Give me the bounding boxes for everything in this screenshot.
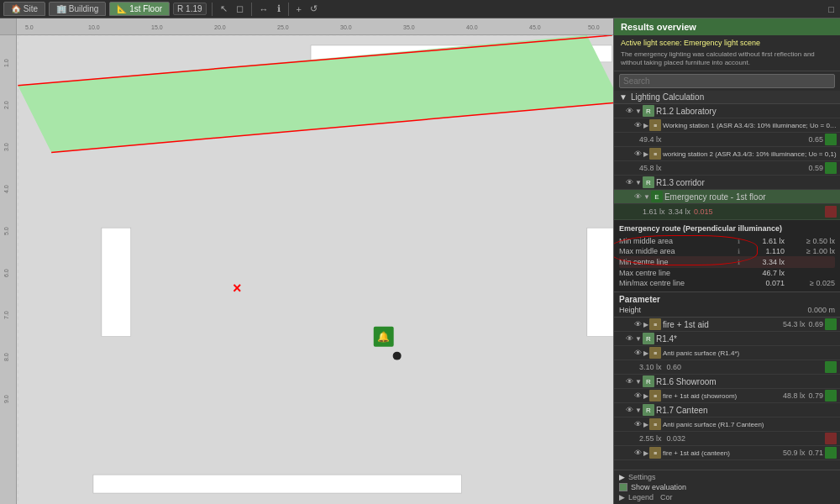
svg-text:3.0: 3.0	[3, 143, 9, 151]
anti-panic-r14-item[interactable]: 👁 ▶ ≡ Anti panic surface (R1.4*)	[614, 346, 840, 360]
svg-text:15.0: 15.0	[151, 24, 163, 30]
arrow-fire[interactable]: ▶	[643, 321, 648, 328]
window-controls: □	[826, 3, 837, 15]
maximize-icon[interactable]: □	[826, 3, 837, 15]
emergency-route-item[interactable]: 👁 ▼ E Emergency route - 1st floor	[614, 190, 840, 204]
arrow-ws2[interactable]: ▶	[643, 150, 648, 158]
lighting-calc-header[interactable]: ▼ Lighting Calculation	[614, 91, 840, 104]
eye-ap14[interactable]: 👁	[634, 349, 642, 357]
arrow-fc[interactable]: ▶	[643, 449, 648, 457]
top-bar: 🏠 Site 🏢 Building 📐 1st Floor R 1.19 ↖ ◻…	[0, 0, 840, 18]
svg-text:×: ×	[233, 280, 241, 297]
show-eval-checkbox[interactable]	[619, 483, 627, 491]
eye-fc[interactable]: 👁	[634, 449, 642, 457]
svg-text:7.0: 7.0	[3, 311, 9, 319]
svg-text:5.0: 5.0	[3, 227, 9, 235]
svg-text:🔔: 🔔	[377, 330, 390, 343]
ap17-red-box	[825, 433, 837, 444]
fire-label: fire + 1st aid	[663, 320, 783, 329]
er-val2: 3.34 lx	[669, 207, 691, 216]
svg-text:2.0: 2.0	[3, 101, 9, 109]
fire-value: 54.3 lx	[783, 320, 806, 328]
info-icon-min[interactable]: ℹ	[738, 238, 740, 245]
floor-plan-svg: × 🔔	[17, 35, 613, 504]
arrow-ws1[interactable]: ▶	[643, 122, 648, 129]
ws2-green-box	[825, 162, 837, 174]
eye-ws1[interactable]: 👁	[634, 121, 642, 129]
param-section: Parameter Height 0.000 m	[614, 292, 840, 318]
tab-site[interactable]: 🏠 Site	[3, 2, 45, 16]
info-icon[interactable]: ℹ	[275, 3, 283, 15]
show-eval-row: Show evaluation	[619, 483, 835, 491]
arrow-r17[interactable]: ▼	[635, 407, 642, 414]
ws1-item[interactable]: 👁 ▶ ≡ Working station 1 (ASR A3.4/3: 10%…	[614, 118, 840, 133]
eye-ap17[interactable]: 👁	[634, 420, 642, 428]
svg-text:25.0: 25.0	[277, 24, 289, 30]
info-icon-max[interactable]: ℹ	[738, 248, 740, 255]
search-input[interactable]	[619, 74, 835, 88]
separator-1	[212, 3, 213, 16]
select-icon[interactable]: ◻	[234, 3, 246, 15]
fire-canteen-item[interactable]: 👁 ▶ ≡ fire + 1st aid (canteen) 50.9 lx 0…	[614, 446, 840, 460]
svg-text:6.0: 6.0	[3, 269, 9, 277]
min-centre-label: Min centre line	[619, 258, 738, 266]
arrow-r12[interactable]: ▼	[635, 108, 642, 115]
ws1-val: 49.4 lx	[639, 135, 808, 144]
settings-row[interactable]: ▶ Settings	[619, 473, 835, 481]
ap17-val: 2.55 lx	[639, 434, 662, 443]
room-icon-r12: R	[643, 105, 654, 117]
panel-title: Results overview	[621, 22, 696, 32]
eye-er[interactable]: 👁	[634, 192, 642, 201]
height-value: 0.000 m	[807, 306, 835, 314]
ap17-uo: 0.032	[667, 434, 686, 443]
arrow-r14[interactable]: ▼	[635, 335, 642, 343]
collapse-arrow: ▼	[619, 92, 627, 102]
fire-showroom-item[interactable]: 👁 ▶ ≡ fire + 1st aid (showroom) 48.8 lx …	[614, 389, 840, 403]
eye-r16[interactable]: 👁	[626, 377, 633, 386]
fire-green-box	[825, 318, 837, 330]
arrow-ap14[interactable]: ▶	[643, 349, 648, 357]
room-r1-2[interactable]: 👁 ▼ R R1.2 Laboratory	[614, 104, 840, 118]
eye-fire[interactable]: 👁	[634, 320, 642, 328]
arrow-er[interactable]: ▼	[643, 193, 650, 201]
measure-icon[interactable]: ↔	[257, 3, 271, 15]
arrow-r13[interactable]: ▼	[635, 179, 642, 186]
eye-ws2[interactable]: 👁	[634, 150, 642, 158]
cursor-icon[interactable]: ↖	[218, 3, 230, 15]
arrow-fs[interactable]: ▶	[643, 392, 648, 400]
tab-floor[interactable]: 📐 1st Floor	[109, 2, 170, 16]
room-r17[interactable]: 👁 ▼ R R1.7 Canteen	[614, 403, 840, 417]
canvas-content[interactable]: × 🔔	[17, 35, 613, 504]
info-icon-cen[interactable]: ℹ	[738, 259, 740, 266]
ws1-label: Working station 1 (ASR A3.4/3: 10% illum…	[663, 122, 837, 129]
r17-label: R1.7 Canteen	[656, 406, 837, 415]
arrow-r16[interactable]: ▼	[635, 378, 642, 386]
ws1-values: 49.4 lx 0.65	[614, 133, 840, 147]
min-middle-target: ≥ 0.50 lx	[785, 237, 835, 245]
active-scene-label: Active light scene: Emergency light scen…	[614, 35, 840, 71]
max-centre-actual: 46.7 lx	[743, 269, 785, 277]
eye-icon-r12[interactable]: 👁	[626, 107, 633, 115]
eye-fs[interactable]: 👁	[634, 391, 642, 400]
min-middle-actual: 1.61 lx	[743, 237, 785, 245]
fire-aid-item[interactable]: 👁 ▶ ≡ fire + 1st aid 54.3 lx 0.69	[614, 318, 840, 332]
add-icon[interactable]: +	[294, 3, 304, 15]
ws2-item[interactable]: 👁 ▶ ≡ working station 2 (ASR A3.4/3: 10%…	[614, 147, 840, 161]
refresh-icon[interactable]: ↺	[307, 3, 320, 15]
room-r14[interactable]: 👁 ▼ R R1.4*	[614, 332, 840, 346]
room-r16[interactable]: 👁 ▼ R R1.6 Showroom	[614, 375, 840, 389]
svg-rect-21	[587, 228, 613, 337]
fs-green-box	[825, 390, 837, 402]
svg-text:9.0: 9.0	[3, 395, 9, 403]
eye-r17[interactable]: 👁	[626, 406, 633, 414]
room-r1-3[interactable]: 👁 ▼ R R1.3 corridor	[614, 176, 840, 190]
canvas-area[interactable]: 5.0 10.0 15.0 20.0 25.0 30.0 35.0 40.0 4…	[0, 18, 613, 504]
eye-r13[interactable]: 👁	[626, 178, 633, 186]
eye-r14[interactable]: 👁	[626, 334, 633, 343]
main-area: 5.0 10.0 15.0 20.0 25.0 30.0 35.0 40.0 4…	[0, 18, 840, 504]
cor-label: Cor	[660, 493, 673, 501]
detail-row-minmax: Min/max centre line 0.071 ≥ 0.025	[619, 278, 835, 288]
arrow-ap17[interactable]: ▶	[643, 421, 648, 428]
anti-panic-r17-item[interactable]: 👁 ▶ ≡ Anti panic surface (R1.7 Canteen)	[614, 417, 840, 432]
tab-building[interactable]: 🏢 Building	[49, 2, 106, 16]
